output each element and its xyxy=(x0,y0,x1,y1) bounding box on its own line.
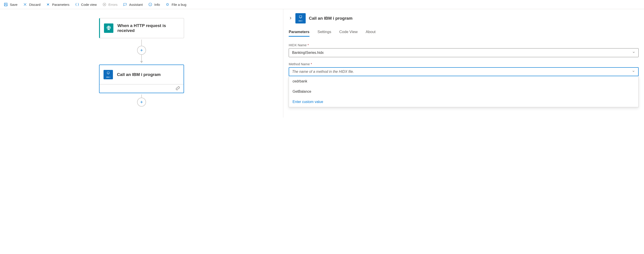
method-select[interactable]: The name of a method in the HIDX file. xyxy=(289,67,639,76)
workflow-canvas: When a HTTP request is received IBM i Ca… xyxy=(0,9,283,117)
assistant-button[interactable]: Assistant xyxy=(123,2,143,7)
discard-label: Discard xyxy=(29,3,40,6)
bug-icon xyxy=(165,2,170,7)
action-node[interactable]: IBM i Call an IBM i program xyxy=(99,64,184,93)
svg-point-5 xyxy=(167,3,168,5)
hidx-value: BankingISeries.hidx xyxy=(292,51,324,55)
method-label: Method Name* xyxy=(289,62,639,66)
ibmi-icon-label: IBM i xyxy=(106,76,110,78)
collapse-button[interactable] xyxy=(289,16,292,20)
tab-codeview[interactable]: Code View xyxy=(339,30,358,37)
hidx-field: HIDX Name* BankingISeries.hidx xyxy=(289,43,639,57)
connector-2 xyxy=(137,93,146,108)
codeview-button[interactable]: Code view xyxy=(75,2,97,7)
tab-settings[interactable]: Settings xyxy=(318,30,331,37)
method-placeholder: The name of a method in the HIDX file. xyxy=(292,70,354,74)
http-icon xyxy=(104,23,113,33)
save-label: Save xyxy=(10,3,18,6)
connector-1 xyxy=(137,38,146,64)
save-icon xyxy=(4,2,8,7)
errors-button: Errors xyxy=(102,2,118,7)
chat-icon xyxy=(123,2,127,7)
discard-button[interactable]: Discard xyxy=(23,2,40,7)
main-content: When a HTTP request is received IBM i Ca… xyxy=(0,9,644,117)
add-step-button-2[interactable] xyxy=(137,98,146,107)
method-option-getbalance[interactable]: GetBalance xyxy=(289,86,638,97)
error-icon xyxy=(102,2,107,7)
svg-rect-7 xyxy=(107,72,109,74)
panel-title: Call an IBM i program xyxy=(309,16,352,21)
panel-ibmi-icon: IBM i xyxy=(296,13,306,23)
tab-parameters[interactable]: Parameters xyxy=(289,30,310,37)
save-button[interactable]: Save xyxy=(4,2,18,7)
chevron-down-icon xyxy=(632,70,635,74)
node-footer xyxy=(100,84,184,93)
method-option-cedrbank[interactable]: cedrbank xyxy=(289,76,638,86)
codeview-label: Code view xyxy=(81,3,97,6)
panel-ibmi-icon-label: IBM i xyxy=(298,20,303,22)
details-panel: IBM i Call an IBM i program Parameters S… xyxy=(283,9,644,117)
svg-rect-1 xyxy=(5,5,7,6)
action-title: Call an IBM i program xyxy=(117,72,160,77)
link-icon xyxy=(176,86,180,91)
info-button[interactable]: Info xyxy=(148,2,160,7)
parameters-label: Parameters xyxy=(52,3,70,6)
ibmi-icon: IBM i xyxy=(104,70,113,79)
info-icon xyxy=(148,2,152,7)
hidx-label: HIDX Name* xyxy=(289,43,639,47)
method-field: Method Name* The name of a method in the… xyxy=(289,62,639,107)
parameters-icon: @ xyxy=(46,2,50,7)
add-step-button-1[interactable] xyxy=(137,46,146,55)
method-custom-value[interactable]: Enter custom value xyxy=(289,97,638,107)
code-icon xyxy=(75,2,80,7)
filebug-label: File a bug xyxy=(172,3,186,6)
toolbar: Save Discard @ Parameters Code view Erro… xyxy=(0,0,644,9)
trigger-node[interactable]: When a HTTP request is received xyxy=(99,18,184,38)
panel-tabs: Parameters Settings Code View About xyxy=(289,30,639,37)
info-label: Info xyxy=(154,3,160,6)
trigger-title: When a HTTP request is received xyxy=(118,23,180,33)
panel-header: IBM i Call an IBM i program xyxy=(289,13,639,23)
tab-about[interactable]: About xyxy=(366,30,376,37)
method-dropdown: cedrbank GetBalance Enter custom value xyxy=(289,76,639,107)
hidx-select[interactable]: BankingISeries.hidx xyxy=(289,48,639,57)
svg-rect-8 xyxy=(300,16,302,18)
filebug-button[interactable]: File a bug xyxy=(165,2,186,7)
parameters-button[interactable]: @ Parameters xyxy=(46,2,70,7)
assistant-label: Assistant xyxy=(129,3,143,6)
chevron-down-icon xyxy=(632,51,635,55)
close-icon xyxy=(23,2,27,7)
errors-label: Errors xyxy=(108,3,118,6)
svg-text:@: @ xyxy=(47,3,49,5)
